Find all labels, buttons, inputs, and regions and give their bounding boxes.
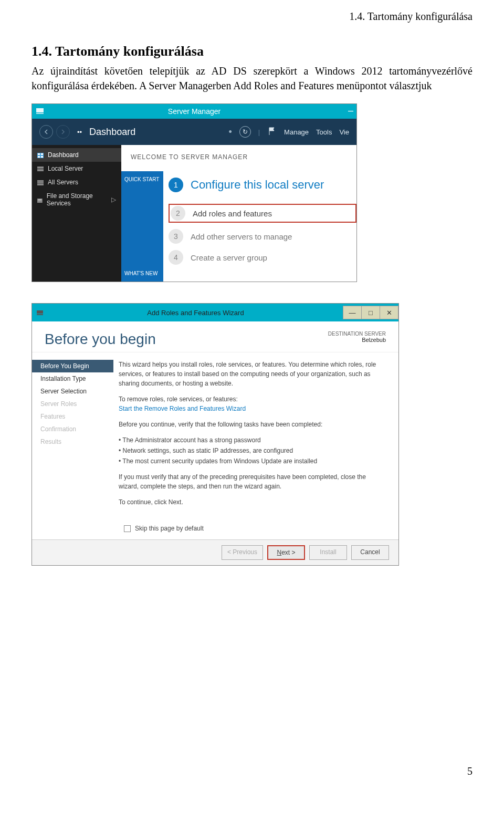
svg-rect-14 xyxy=(37,310,43,314)
cancel-button[interactable]: Cancel xyxy=(351,545,389,560)
close-button[interactable]: ✕ xyxy=(380,306,398,319)
destination-server: Belzebub xyxy=(328,337,386,343)
destination-label: DESTINATION SERVER xyxy=(328,331,386,337)
menu-tools[interactable]: Tools xyxy=(316,128,332,136)
step-number: 3 xyxy=(169,229,183,244)
add-roles-wizard-window: Add Roles and Features Wizard — □ ✕ Befo… xyxy=(32,303,399,566)
nav-confirmation: Confirmation xyxy=(32,423,113,435)
step-label: Add roles and features xyxy=(193,209,272,218)
svg-rect-7 xyxy=(37,167,44,169)
storage-icon xyxy=(37,197,43,202)
whats-new-label: WHAT'S NEW xyxy=(124,271,160,276)
nav-forward-button[interactable] xyxy=(56,125,70,139)
minimize-button[interactable]: — xyxy=(343,306,362,319)
dropdown-icon[interactable]: • xyxy=(228,127,232,138)
svg-rect-12 xyxy=(37,199,43,203)
step-add-servers[interactable]: 3 Add other servers to manage xyxy=(169,229,356,244)
notifications-flag-icon[interactable] xyxy=(267,127,277,138)
page-number: 5 xyxy=(32,765,472,777)
wiz-main-content: This wizard helps you install roles, rol… xyxy=(113,352,398,521)
install-button: Install xyxy=(309,545,347,560)
sidebar-item-label: File and Storage Services xyxy=(47,192,105,207)
step-number: 2 xyxy=(171,206,185,221)
wiz-header: Before you begin DESTINATION SERVER Belz… xyxy=(32,321,398,352)
configure-local-server-tile[interactable]: 1 Configure this local server xyxy=(169,178,356,192)
wiz-p4: If you must verify that any of the prece… xyxy=(119,472,383,491)
breadcrumb-dashboard: Dashboard xyxy=(89,127,221,138)
next-button[interactable]: Next > xyxy=(267,545,305,560)
remove-roles-link[interactable]: Start the Remove Roles and Features Wiza… xyxy=(119,405,246,412)
svg-rect-9 xyxy=(37,180,44,182)
sidebar-item-label: Local Server xyxy=(48,165,83,172)
sm-sidebar: Dashboard Local Server All Servers File … xyxy=(32,145,121,282)
svg-rect-5 xyxy=(38,156,40,158)
wiz-titlebar: Add Roles and Features Wizard — □ ✕ xyxy=(32,304,398,321)
server-manager-window: Server Manager – •• Dashboard • ↻ | xyxy=(32,103,357,282)
sm-topbar: •• Dashboard • ↻ | Manage Tools Vie xyxy=(32,119,356,145)
body-paragraph: Az újraindítást követően telepítjük az A… xyxy=(32,64,472,93)
nav-installation-type[interactable]: Installation Type xyxy=(32,372,113,385)
nav-before-you-begin[interactable]: Before You Begin xyxy=(32,360,113,372)
svg-rect-3 xyxy=(38,153,40,155)
previous-button: < Previous xyxy=(222,545,263,560)
svg-rect-6 xyxy=(41,156,43,158)
step-number: 4 xyxy=(169,250,183,265)
svg-rect-13 xyxy=(38,200,41,201)
nav-features: Features xyxy=(32,410,113,423)
list-item: Network settings, such as static IP addr… xyxy=(119,446,383,455)
nav-results: Results xyxy=(32,435,113,448)
sm-window-title: Server Manager xyxy=(168,107,220,116)
sidebar-item-label: All Servers xyxy=(48,179,78,186)
svg-rect-8 xyxy=(37,169,44,171)
svg-rect-10 xyxy=(37,182,44,184)
svg-rect-0 xyxy=(36,108,44,112)
chevron-right-icon: ▷ xyxy=(111,196,116,203)
svg-rect-4 xyxy=(41,153,43,155)
page-header: 1.4. Tartomány konfigurálása xyxy=(32,11,472,23)
wiz-footer: < Previous Next > Install Cancel xyxy=(32,539,398,565)
wizard-icon xyxy=(32,308,48,317)
wiz-p2a: To remove roles, role services, or featu… xyxy=(119,396,238,403)
wiz-p3: Before you continue, verify that the fol… xyxy=(119,420,383,429)
destination-server-info: DESTINATION SERVER Belzebub xyxy=(328,331,386,343)
skip-label: Skip this page by default xyxy=(135,525,204,532)
sidebar-item-local-server[interactable]: Local Server xyxy=(32,162,121,175)
servers-icon xyxy=(37,180,44,185)
sm-titlebar: Server Manager – xyxy=(32,104,356,119)
wiz-nav: Before You Begin Installation Type Serve… xyxy=(32,352,113,521)
sidebar-item-label: Dashboard xyxy=(48,151,79,159)
skip-row: Skip this page by default xyxy=(32,521,398,539)
sidebar-item-all-servers[interactable]: All Servers xyxy=(32,175,121,189)
sm-content: WELCOME TO SERVER MANAGER QUICK START WH… xyxy=(121,145,356,282)
svg-rect-15 xyxy=(37,314,43,315)
minimize-icon[interactable]: – xyxy=(348,105,353,116)
server-icon xyxy=(37,166,44,171)
section-title: 1.4. Tartomány konfigurálása xyxy=(32,44,472,59)
sidebar-item-file-storage[interactable]: File and Storage Services ▷ xyxy=(32,189,121,210)
dashboard-icon xyxy=(37,152,44,158)
nav-server-roles: Server Roles xyxy=(32,398,113,410)
step-label: Add other servers to manage xyxy=(191,232,292,241)
quick-start-band: QUICK START WHAT'S NEW xyxy=(121,171,163,282)
svg-rect-11 xyxy=(37,184,44,185)
sidebar-item-dashboard[interactable]: Dashboard xyxy=(32,148,121,162)
wiz-heading: Before you begin xyxy=(45,331,156,348)
step-create-group[interactable]: 4 Create a server group xyxy=(169,250,356,265)
wiz-p5: To continue, click Next. xyxy=(119,497,383,507)
svg-rect-1 xyxy=(36,113,44,114)
step-number-1: 1 xyxy=(169,178,183,192)
menu-manage[interactable]: Manage xyxy=(284,128,309,136)
wiz-p1: This wizard helps you install roles, rol… xyxy=(119,360,383,388)
wiz-prereq-list: The Administrator account has a strong p… xyxy=(119,435,383,466)
list-item: The most current security updates from W… xyxy=(119,456,383,466)
quick-start-label: QUICK START xyxy=(124,176,160,182)
configure-title: Configure this local server xyxy=(191,178,324,192)
nav-back-button[interactable] xyxy=(39,125,53,139)
refresh-icon[interactable]: ↻ xyxy=(239,126,251,138)
skip-checkbox[interactable] xyxy=(124,525,131,532)
server-manager-icon xyxy=(35,106,45,116)
maximize-button[interactable]: □ xyxy=(361,306,380,319)
menu-view[interactable]: Vie xyxy=(339,128,349,136)
step-add-roles[interactable]: 2 Add roles and features xyxy=(169,204,356,223)
nav-server-selection[interactable]: Server Selection xyxy=(32,385,113,398)
